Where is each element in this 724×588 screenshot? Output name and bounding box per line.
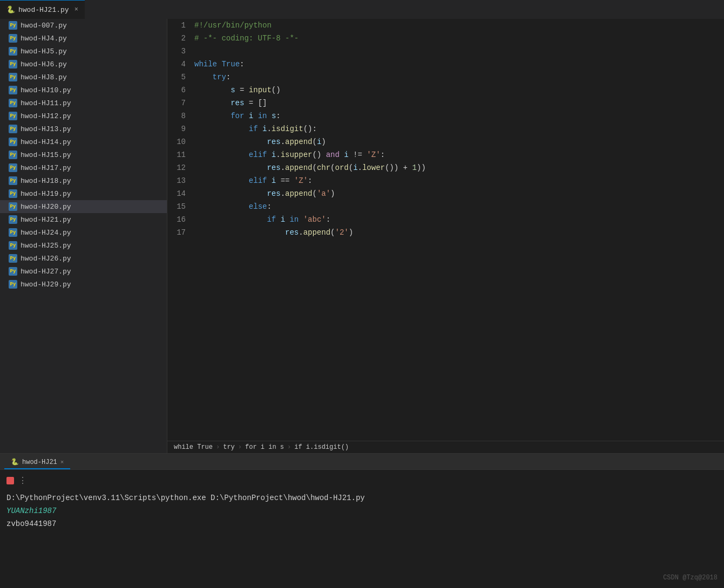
line-content-4: while True: bbox=[194, 58, 724, 71]
token: : bbox=[240, 60, 244, 69]
code-line-7: 7 res = [] bbox=[167, 97, 724, 110]
token: i bbox=[249, 112, 253, 120]
code-editor[interactable]: 1#!/usr/bin/python2# -*- coding: UTF-8 -… bbox=[167, 19, 724, 441]
sidebar-item-hwod-HJ25-py[interactable]: Pyhwod-HJ25.py bbox=[0, 239, 167, 252]
sidebar-item-hwod-HJ13-py[interactable]: Pyhwod-HJ13.py bbox=[0, 122, 167, 135]
python-file-icon: Py bbox=[9, 228, 17, 237]
line-content-17: res.append('2') bbox=[194, 226, 724, 239]
sidebar-item-hwod-HJ19-py[interactable]: Pyhwod-HJ19.py bbox=[0, 187, 167, 200]
breadcrumb-item-2[interactable]: for i in s bbox=[245, 443, 284, 451]
terminal-toolbar: ⋮ bbox=[6, 473, 718, 488]
sidebar-item-label: hwod-HJ5.py bbox=[21, 47, 67, 56]
sidebar: Pyhwod-007.pyPyhwod-HJ4.pyPyhwod-HJ5.pyP… bbox=[0, 19, 167, 453]
token: elif bbox=[249, 151, 267, 159]
token: if bbox=[249, 125, 258, 133]
line-number-15: 15 bbox=[167, 200, 194, 213]
tab-hwod-hj21[interactable]: 🐍 hwod-HJ21.py × bbox=[0, 0, 85, 19]
sidebar-item-label: hwod-HJ13.py bbox=[21, 125, 71, 133]
sidebar-item-hwod-HJ18-py[interactable]: Pyhwod-HJ18.py bbox=[0, 174, 167, 187]
token: ( bbox=[349, 163, 353, 172]
breadcrumb-separator: › bbox=[238, 443, 242, 451]
token: . bbox=[281, 189, 285, 198]
line-number-11: 11 bbox=[167, 148, 194, 161]
sidebar-item-hwod-HJ8-py[interactable]: Pyhwod-HJ8.py bbox=[0, 71, 167, 84]
token: #!/usr/bin/python bbox=[194, 21, 272, 30]
sidebar-item-hwod-HJ24-py[interactable]: Pyhwod-HJ24.py bbox=[0, 226, 167, 239]
sidebar-item-hwod-HJ5-py[interactable]: Pyhwod-HJ5.py bbox=[0, 45, 167, 58]
breadcrumb-item-3[interactable]: if i.isdigit() bbox=[294, 443, 349, 451]
line-content-7: res = [] bbox=[194, 97, 724, 110]
sidebar-item-label: hwod-HJ12.py bbox=[21, 112, 71, 120]
bottom-tab-close[interactable]: × bbox=[60, 459, 64, 466]
breadcrumb-item-1[interactable]: try bbox=[223, 443, 235, 451]
sidebar-item-hwod-HJ26-py[interactable]: Pyhwod-HJ26.py bbox=[0, 252, 167, 265]
token: . bbox=[358, 163, 362, 172]
python-file-icon: Py bbox=[9, 280, 17, 289]
token: isdigit bbox=[272, 125, 303, 133]
sidebar-item-hwod-HJ14-py[interactable]: Pyhwod-HJ14.py bbox=[0, 135, 167, 148]
python-file-icon: Py bbox=[9, 189, 17, 198]
line-number-16: 16 bbox=[167, 213, 194, 226]
sidebar-item-label: hwod-HJ26.py bbox=[21, 255, 71, 263]
terminal-command: D:\PythonProject\venv3.11\Scripts\python… bbox=[6, 494, 365, 502]
code-line-16: 16 if i in 'abc': bbox=[167, 213, 724, 226]
sidebar-item-hwod-HJ6-py[interactable]: Pyhwod-HJ6.py bbox=[0, 58, 167, 71]
line-content-10: res.append(i) bbox=[194, 135, 724, 148]
sidebar-item-hwod-HJ11-py[interactable]: Pyhwod-HJ11.py bbox=[0, 97, 167, 110]
token: ( bbox=[312, 163, 316, 172]
python-file-icon: Py bbox=[9, 202, 17, 211]
token: () bbox=[272, 86, 281, 94]
token: = bbox=[235, 86, 249, 94]
sidebar-item-hwod-HJ4-py[interactable]: Pyhwod-HJ4.py bbox=[0, 32, 167, 45]
sidebar-item-hwod-HJ10-py[interactable]: Pyhwod-HJ10.py bbox=[0, 84, 167, 97]
line-content-15: else: bbox=[194, 200, 724, 213]
sidebar-item-label: hwod-HJ11.py bbox=[21, 99, 71, 107]
bottom-tab-hwod-hj21[interactable]: 🐍 hwod-HJ21 × bbox=[4, 456, 70, 469]
terminal-output: zvbo9441987 bbox=[6, 519, 56, 528]
token: 'abc' bbox=[303, 215, 326, 224]
code-line-11: 11 elif i.isupper() and i != 'Z': bbox=[167, 148, 724, 161]
tab-close-button[interactable]: × bbox=[75, 6, 78, 13]
token: isupper bbox=[281, 151, 313, 159]
terminal-stop-icon bbox=[6, 477, 14, 484]
token: : bbox=[226, 73, 231, 81]
token: : bbox=[308, 176, 312, 185]
terminal-area: ⋮ D:\PythonProject\venv3.11\Scripts\pyth… bbox=[0, 469, 724, 588]
terminal-more-icon[interactable]: ⋮ bbox=[18, 475, 27, 486]
python-file-icon: Py bbox=[9, 125, 17, 133]
breadcrumb-separator: › bbox=[287, 443, 291, 451]
token: 1 bbox=[412, 163, 416, 172]
token: append bbox=[285, 163, 312, 172]
sidebar-item-hwod-007-py[interactable]: Pyhwod-007.py bbox=[0, 19, 167, 32]
sidebar-item-hwod-HJ12-py[interactable]: Pyhwod-HJ12.py bbox=[0, 110, 167, 122]
code-line-8: 8 for i in s: bbox=[167, 110, 724, 122]
sidebar-item-label: hwod-007.py bbox=[21, 22, 67, 30]
code-lines: 1#!/usr/bin/python2# -*- coding: UTF-8 -… bbox=[167, 19, 724, 239]
watermark: CSDN @Tzq@2018 bbox=[663, 574, 718, 582]
line-number-8: 8 bbox=[167, 110, 194, 122]
terminal-user: YUANzhi1987 bbox=[6, 507, 56, 515]
sidebar-item-label: hwod-HJ24.py bbox=[21, 229, 71, 237]
sidebar-item-label: hwod-HJ17.py bbox=[21, 164, 71, 172]
sidebar-item-hwod-HJ15-py[interactable]: Pyhwod-HJ15.py bbox=[0, 148, 167, 161]
token: i bbox=[281, 215, 285, 224]
token: ( bbox=[312, 189, 316, 198]
code-line-12: 12 res.append(chr(ord(i.lower()) + 1)) bbox=[167, 161, 724, 174]
token: : bbox=[276, 112, 280, 120]
token: 'Z' bbox=[367, 151, 380, 159]
breadcrumb-item-0[interactable]: while True bbox=[174, 443, 213, 451]
token: append bbox=[285, 189, 312, 198]
sidebar-item-hwod-HJ21-py[interactable]: Pyhwod-HJ21.py bbox=[0, 213, 167, 226]
sidebar-item-hwod-HJ29-py[interactable]: Pyhwod-HJ29.py bbox=[0, 278, 167, 291]
token: and bbox=[326, 151, 340, 159]
line-number-7: 7 bbox=[167, 97, 194, 110]
token: lower bbox=[362, 163, 385, 172]
sidebar-item-label: hwod-HJ4.py bbox=[21, 35, 67, 43]
python-file-icon: Py bbox=[9, 60, 17, 69]
token: elif bbox=[249, 176, 267, 185]
sidebar-item-hwod-HJ17-py[interactable]: Pyhwod-HJ17.py bbox=[0, 161, 167, 174]
sidebar-item-hwod-HJ20-py[interactable]: Pyhwod-HJ20.py bbox=[0, 200, 167, 213]
token: ) bbox=[349, 228, 353, 237]
token: res bbox=[231, 99, 244, 107]
sidebar-item-hwod-HJ27-py[interactable]: Pyhwod-HJ27.py bbox=[0, 265, 167, 278]
